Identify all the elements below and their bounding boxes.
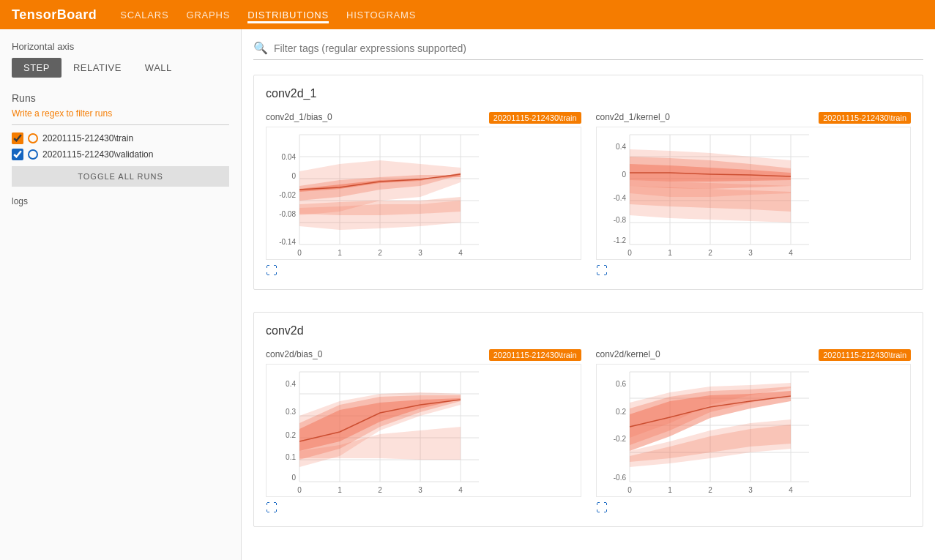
- run-checkbox-train[interactable]: [12, 132, 23, 144]
- svg-text:3: 3: [748, 249, 753, 257]
- svg-text:-1.2: -1.2: [613, 236, 626, 244]
- top-navigation: TensorBoard SCALARS GRAPHS DISTRIBUTIONS…: [0, 0, 935, 29]
- svg-text:4: 4: [789, 249, 793, 257]
- chart-header-conv2d1-kernel: conv2d_1/kernel_0 20201115-212430\train: [596, 112, 912, 125]
- svg-text:-0.08: -0.08: [279, 210, 296, 218]
- axis-step-button[interactable]: STEP: [12, 58, 62, 78]
- chart-title-conv2d1-bias: conv2d_1/bias_0: [266, 112, 332, 122]
- svg-text:4: 4: [458, 486, 463, 494]
- chart-area-conv2d1-kernel: 0.4 0 -0.4 -0.8 -1.2 0 1 2 3 4: [596, 127, 912, 260]
- search-input[interactable]: [274, 42, 923, 54]
- svg-text:1: 1: [668, 249, 672, 257]
- chart-conv2d1-bias: conv2d_1/bias_0 20201115-212430\train: [266, 112, 581, 277]
- section-title-conv2d: conv2d: [266, 324, 911, 337]
- chart-svg-conv2d1-kernel: 0.4 0 -0.4 -0.8 -1.2 0 1 2 3 4: [597, 127, 824, 259]
- section-conv2d-1: conv2d_1 conv2d_1/bias_0 20201115-212430…: [253, 75, 923, 290]
- chart-conv2d-kernel: conv2d/kernel_0 20201115-212430\train: [596, 349, 912, 515]
- run-checkbox-validation[interactable]: [12, 149, 23, 160]
- axis-relative-button[interactable]: RELATIVE: [62, 58, 133, 78]
- chart-svg-conv2d-bias: 0.4 0.3 0.2 0.1 0 0 1 2 3 4: [267, 365, 493, 496]
- horizontal-axis-label: Horizontal axis: [12, 41, 229, 52]
- nav-graphs[interactable]: GRAPHS: [186, 7, 230, 23]
- svg-text:0: 0: [627, 249, 632, 257]
- chart-area-conv2d-bias: 0.4 0.3 0.2 0.1 0 0 1 2 3 4: [266, 364, 581, 497]
- svg-text:0.2: 0.2: [616, 408, 626, 416]
- logs-label: logs: [12, 196, 28, 206]
- svg-text:0.04: 0.04: [282, 153, 297, 161]
- chart-svg-conv2d-kernel: 0.6 0.2 -0.2 -0.6 0 1 2 3 4: [597, 365, 824, 496]
- runs-divider: [12, 124, 229, 125]
- svg-text:0.4: 0.4: [616, 143, 626, 151]
- charts-row-conv2d: conv2d/bias_0 20201115-212430\train: [266, 349, 911, 515]
- svg-text:-0.2: -0.2: [613, 435, 626, 443]
- chart-title-conv2d-kernel: conv2d/kernel_0: [596, 349, 660, 359]
- chart-badge-conv2d-bias: 20201115-212430\train: [489, 349, 581, 361]
- svg-text:0.1: 0.1: [286, 453, 296, 461]
- nav-distributions[interactable]: DISTRIBUTIONS: [247, 7, 329, 23]
- nav-links: SCALARS GRAPHS DISTRIBUTIONS HISTOGRAMS: [120, 7, 416, 23]
- chart-svg-conv2d1-bias: 0.04 0 -0.02 -0.08 -0.14 0 1 2 3 4: [267, 127, 493, 259]
- svg-text:3: 3: [418, 486, 422, 494]
- run-label-train: 20201115-212430\train: [42, 133, 133, 143]
- main-layout: Horizontal axis STEP RELATIVE WALL Runs …: [0, 29, 935, 560]
- chart-badge-conv2d1-kernel: 20201115-212430\train: [819, 112, 911, 124]
- expand-icon-conv2d1-kernel[interactable]: ⛶: [596, 264, 608, 277]
- chart-conv2d-bias: conv2d/bias_0 20201115-212430\train: [266, 349, 581, 515]
- runs-title: Runs: [12, 92, 229, 104]
- main-content: 🔍 conv2d_1 conv2d_1/bias_0 20201115-2124…: [242, 29, 935, 560]
- svg-text:-0.14: -0.14: [279, 238, 296, 246]
- expand-icon-conv2d-kernel[interactable]: ⛶: [596, 501, 608, 515]
- toggle-all-runs-button[interactable]: TOGGLE ALL RUNS: [12, 166, 229, 187]
- chart-title-conv2d-bias: conv2d/bias_0: [266, 349, 322, 359]
- nav-scalars[interactable]: SCALARS: [120, 7, 168, 23]
- svg-text:0: 0: [291, 474, 296, 482]
- svg-text:-0.02: -0.02: [279, 191, 296, 199]
- svg-text:0: 0: [291, 172, 296, 180]
- chart-badge-conv2d1-bias: 20201115-212430\train: [489, 112, 581, 124]
- chart-area-conv2d-kernel: 0.6 0.2 -0.2 -0.6 0 1 2 3 4: [596, 364, 912, 497]
- expand-icon-conv2d-bias[interactable]: ⛶: [266, 501, 277, 515]
- nav-histograms[interactable]: HISTOGRAMS: [346, 7, 416, 23]
- svg-text:2: 2: [378, 486, 382, 494]
- section-title-conv2d-1: conv2d_1: [266, 87, 911, 100]
- svg-text:1: 1: [668, 486, 672, 494]
- run-circle-validation: [28, 149, 38, 160]
- chart-title-conv2d1-kernel: conv2d_1/kernel_0: [596, 112, 670, 122]
- svg-text:-0.8: -0.8: [613, 216, 626, 224]
- svg-text:0: 0: [297, 486, 302, 494]
- search-icon: 🔍: [253, 41, 268, 55]
- runs-filter-label: Write a regex to filter runs: [12, 108, 229, 119]
- svg-text:-0.4: -0.4: [613, 194, 626, 202]
- run-circle-train: [28, 133, 38, 143]
- svg-text:2: 2: [708, 486, 712, 494]
- svg-text:4: 4: [789, 486, 793, 494]
- svg-text:1: 1: [338, 486, 342, 494]
- run-label-validation: 20201115-212430\validation: [42, 149, 153, 160]
- svg-text:0.6: 0.6: [616, 380, 626, 388]
- svg-text:2: 2: [378, 249, 382, 257]
- svg-text:0.4: 0.4: [286, 380, 296, 388]
- brand-logo: TensorBoard: [12, 7, 97, 23]
- run-item-validation: 20201115-212430\validation: [12, 149, 229, 160]
- svg-text:-0.6: -0.6: [613, 474, 626, 482]
- svg-text:2: 2: [708, 249, 712, 257]
- svg-text:3: 3: [418, 249, 422, 257]
- chart-header-conv2d1-bias: conv2d_1/bias_0 20201115-212430\train: [266, 112, 581, 125]
- svg-text:0.2: 0.2: [286, 431, 296, 439]
- axis-wall-button[interactable]: WALL: [133, 58, 184, 78]
- search-bar: 🔍: [253, 41, 923, 60]
- section-conv2d: conv2d conv2d/bias_0 20201115-212430\tra…: [253, 312, 923, 527]
- svg-text:3: 3: [748, 486, 753, 494]
- chart-header-conv2d-kernel: conv2d/kernel_0 20201115-212430\train: [596, 349, 912, 362]
- svg-text:0: 0: [297, 249, 302, 257]
- chart-conv2d1-kernel: conv2d_1/kernel_0 20201115-212430\train: [596, 112, 912, 277]
- svg-text:4: 4: [458, 249, 463, 257]
- svg-text:1: 1: [338, 249, 342, 257]
- svg-text:0.3: 0.3: [286, 408, 296, 416]
- sidebar: Horizontal axis STEP RELATIVE WALL Runs …: [0, 29, 242, 560]
- svg-text:0: 0: [622, 171, 626, 179]
- chart-area-conv2d1-bias: 0.04 0 -0.02 -0.08 -0.14 0 1 2 3 4: [266, 127, 581, 260]
- expand-icon-conv2d1-bias[interactable]: ⛶: [266, 264, 277, 277]
- axis-buttons: STEP RELATIVE WALL: [12, 58, 229, 78]
- chart-badge-conv2d-kernel: 20201115-212430\train: [819, 349, 911, 361]
